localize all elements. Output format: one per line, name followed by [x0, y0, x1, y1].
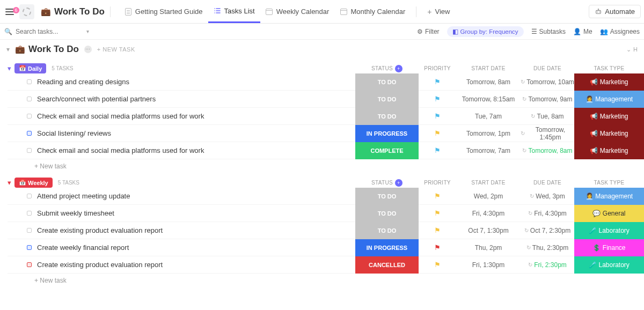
start-date-cell[interactable]: Fri, 1:30pm	[456, 261, 521, 269]
task-type-cell[interactable]: 📢 Marketing	[574, 142, 644, 159]
task-name[interactable]: Social listening/ reviews	[37, 129, 111, 137]
search-box[interactable]: 🔍 ▾	[4, 28, 90, 35]
priority-cell[interactable]: ⚑	[419, 112, 456, 120]
tab-getting-started[interactable]: Getting Started Guide	[119, 0, 208, 23]
task-type-cell[interactable]: 🧪 Laboratory	[574, 256, 644, 274]
tab-monthly-calendar[interactable]: Monthly Calendar	[334, 0, 411, 23]
new-task-row[interactable]: + New task	[8, 274, 644, 287]
task-type-cell[interactable]: 📢 Marketing	[574, 73, 644, 91]
group-collapse-icon[interactable]: ▾	[8, 64, 11, 72]
task-row[interactable]: Search/connect with potential partnersTO…	[8, 91, 644, 108]
due-date-cell[interactable]: ↻Tomorrow, 9am	[521, 95, 574, 103]
task-type-cell[interactable]: 📢 Marketing	[574, 108, 644, 125]
task-row[interactable]: Check email and social media platforms u…	[8, 108, 644, 125]
task-type-cell[interactable]: 💲 Finance	[574, 239, 644, 256]
task-name[interactable]: Check email and social media platforms u…	[37, 112, 204, 120]
chevron-down-icon[interactable]: ▾	[86, 28, 89, 34]
col-start-date[interactable]: START DATE	[456, 65, 521, 71]
collapse-chevron-icon[interactable]: ⌄	[626, 46, 631, 53]
priority-cell[interactable]: ⚑	[419, 78, 456, 86]
col-start-date[interactable]: START DATE	[456, 180, 521, 186]
start-date-cell[interactable]: Wed, 2pm	[456, 193, 521, 200]
task-row[interactable]: Social listening/ reviewsIN PROGRESS⚑Tom…	[8, 125, 644, 142]
due-date-cell[interactable]: ↻Fri, 4:30pm	[521, 210, 574, 217]
task-name[interactable]: Check email and social media platforms u…	[37, 146, 204, 154]
filter-button[interactable]: ⚙Filter	[417, 28, 440, 35]
col-task-type[interactable]: TASK TYPE	[574, 180, 644, 186]
col-status[interactable]: STATUS+	[355, 65, 419, 72]
task-type-cell[interactable]: 👩‍💼 Management	[574, 91, 644, 108]
start-date-cell[interactable]: Tomorrow, 8:15am	[456, 95, 521, 103]
priority-cell[interactable]: ⚑	[419, 129, 456, 137]
info-icon[interactable]: ⋯	[84, 46, 92, 53]
new-task-row[interactable]: + New task	[8, 159, 644, 173]
status-cell[interactable]: TO DO	[355, 91, 419, 108]
due-date-cell[interactable]: ↻Oct 7, 2:30pm	[521, 227, 574, 234]
task-name[interactable]: Create existing product evaluation repor…	[37, 226, 163, 234]
col-due-date[interactable]: DUE DATE	[521, 180, 574, 186]
automate-button[interactable]: Automate	[589, 5, 641, 18]
due-date-cell[interactable]: ↻Tomorrow, 8am	[521, 147, 574, 154]
col-due-date[interactable]: DUE DATE	[521, 65, 574, 71]
notification-badge[interactable]: 6	[13, 7, 19, 13]
task-row[interactable]: Create weekly financial reportIN PROGRES…	[8, 239, 644, 256]
status-cell[interactable]: TO DO	[355, 108, 419, 125]
more-icon[interactable]: H	[633, 46, 638, 53]
task-row[interactable]: Create existing product evaluation repor…	[8, 256, 644, 274]
task-row[interactable]: Reading and creating designsTO DO⚑Tomorr…	[8, 73, 644, 91]
due-date-cell[interactable]: ↻Wed, 3pm	[521, 193, 574, 200]
task-name[interactable]: Search/connect with potential partners	[37, 95, 156, 103]
new-task-button[interactable]: + NEW TASK	[97, 46, 135, 53]
assignees-button[interactable]: 👥Assignees	[600, 28, 640, 35]
status-cell[interactable]: TO DO	[355, 188, 419, 205]
group-by-button[interactable]: ◧Group by: Frequency	[447, 26, 524, 37]
due-date-cell[interactable]: ↻Thu, 2:30pm	[521, 244, 574, 252]
start-date-cell[interactable]: Tomorrow, 8am	[456, 78, 521, 86]
priority-cell[interactable]: ⚑	[419, 261, 456, 269]
priority-cell[interactable]: ⚑	[419, 226, 456, 234]
task-type-cell[interactable]: 🧪 Laboratory	[574, 222, 644, 239]
list-title[interactable]: 💼 Work To Do	[15, 44, 79, 55]
due-date-cell[interactable]: ↻Tomorrow, 10am	[521, 78, 574, 86]
task-name[interactable]: Create weekly financial report	[37, 243, 129, 252]
task-type-cell[interactable]: 📢 Marketing	[574, 125, 644, 142]
task-name[interactable]: Create existing product evaluation repor…	[37, 261, 163, 269]
status-cell[interactable]: TO DO	[355, 222, 419, 239]
me-button[interactable]: 👤Me	[573, 28, 592, 35]
priority-cell[interactable]: ⚑	[419, 192, 456, 200]
col-task-type[interactable]: TASK TYPE	[574, 65, 644, 71]
status-cell[interactable]: TO DO	[355, 73, 419, 91]
due-date-cell[interactable]: ↻Fri, 2:30pm	[521, 261, 574, 269]
task-name[interactable]: Submit weekly timesheet	[37, 209, 114, 217]
start-date-cell[interactable]: Thu, 2pm	[456, 244, 521, 252]
tab-weekly-calendar[interactable]: Weekly Calendar	[260, 0, 335, 23]
status-cell[interactable]: IN PROGRESS	[355, 125, 419, 142]
group-label-weekly[interactable]: 📅Weekly	[14, 178, 53, 188]
collapse-caret-icon[interactable]: ▾	[6, 46, 10, 53]
status-cell[interactable]: CANCELLED	[355, 256, 419, 274]
col-priority[interactable]: PRIORITY	[419, 180, 456, 186]
due-date-cell[interactable]: ↻Tue, 8am	[521, 113, 574, 120]
task-row[interactable]: Create existing product evaluation repor…	[8, 222, 644, 239]
priority-cell[interactable]: ⚑	[419, 209, 456, 217]
group-label-daily[interactable]: 📅Daily	[14, 63, 46, 73]
due-date-cell[interactable]: ↻Tomorrow, 1:45pm	[521, 126, 574, 141]
priority-cell[interactable]: ⚑	[419, 95, 456, 103]
add-status-icon[interactable]: +	[395, 179, 402, 187]
priority-cell[interactable]: ⚑	[419, 146, 456, 154]
start-date-cell[interactable]: Oct 7, 1:30pm	[456, 227, 521, 234]
status-cell[interactable]: TO DO	[355, 205, 419, 222]
task-name[interactable]: Attend project meeting update	[37, 192, 130, 200]
status-cell[interactable]: IN PROGRESS	[355, 239, 419, 256]
task-name[interactable]: Reading and creating designs	[37, 78, 129, 86]
start-date-cell[interactable]: Tue, 7am	[456, 113, 521, 120]
start-date-cell[interactable]: Fri, 4:30pm	[456, 210, 521, 217]
task-type-cell[interactable]: 💬 General	[574, 205, 644, 222]
subtasks-button[interactable]: ☰Subtasks	[531, 28, 566, 35]
tab-add-view[interactable]: + View	[422, 0, 455, 23]
task-row[interactable]: Check email and social media platforms u…	[8, 142, 644, 159]
search-input[interactable]	[16, 28, 80, 35]
tab-tasks-list[interactable]: Tasks List	[208, 0, 260, 23]
workspace-title[interactable]: 💼 Work To Do	[41, 6, 105, 17]
status-cell[interactable]: COMPLETE	[355, 142, 419, 159]
